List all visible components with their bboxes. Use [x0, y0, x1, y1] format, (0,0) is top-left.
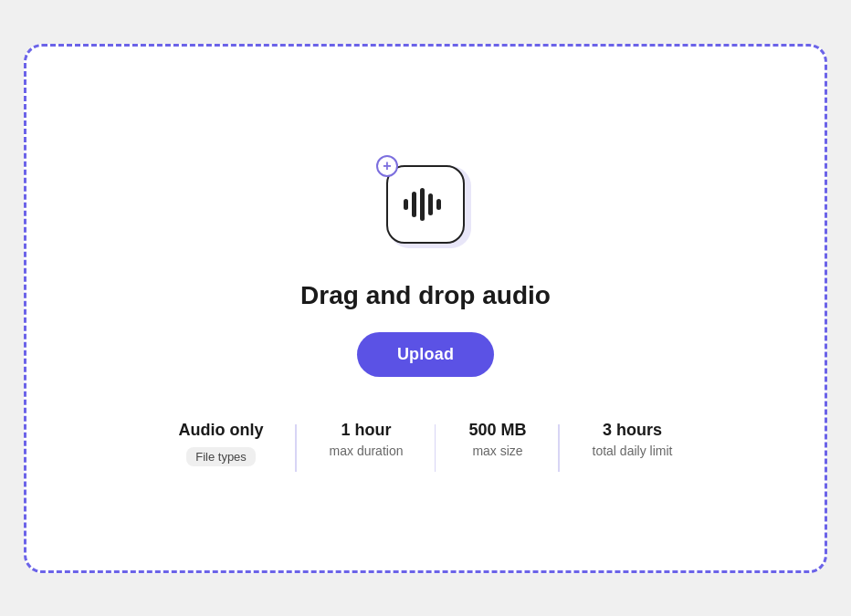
svg-rect-4: [436, 199, 441, 210]
daily-limit-value: 3 hours: [603, 421, 662, 440]
upload-button[interactable]: Upload: [357, 332, 494, 377]
info-item-file-types: Audio only File types: [146, 421, 297, 466]
size-value: 500 MB: [468, 421, 526, 440]
svg-rect-0: [404, 199, 408, 210]
svg-rect-3: [428, 193, 433, 215]
svg-rect-2: [420, 188, 425, 221]
duration-label: max duration: [330, 444, 404, 458]
daily-limit-label: total daily limit: [593, 444, 673, 458]
icon-area: +: [371, 150, 480, 259]
file-types-badge[interactable]: File types: [186, 447, 256, 466]
drop-zone[interactable]: + Drag and drop audio Upload Audio only …: [24, 44, 827, 573]
audio-only-label: Audio only: [179, 421, 264, 440]
info-item-daily-limit: 3 hours total daily limit: [560, 421, 706, 458]
info-row: Audio only File types 1 hour max duratio…: [106, 421, 745, 466]
audio-icon-box: [386, 165, 465, 244]
drop-title: Drag and drop audio: [300, 281, 551, 310]
plus-icon: +: [376, 155, 398, 177]
waveform-icon: [402, 184, 449, 224]
svg-rect-1: [412, 192, 416, 217]
size-label: max size: [472, 444, 522, 458]
duration-value: 1 hour: [341, 421, 392, 440]
plus-symbol: +: [383, 159, 391, 173]
info-item-duration: 1 hour max duration: [297, 421, 436, 458]
info-item-size: 500 MB max size: [436, 421, 559, 458]
